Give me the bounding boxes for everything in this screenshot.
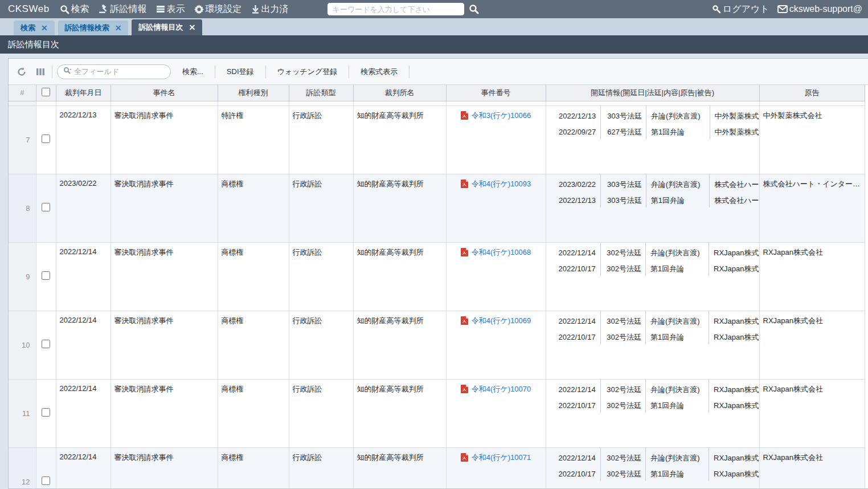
case-number-link[interactable]: 令和4(行ケ)10071 [472,453,531,462]
cell-case-number: 令和3(行ケ)10066 [446,105,546,174]
col-header-right-type[interactable]: 権利種別 [218,85,289,101]
col-header-hearing-info[interactable]: 開廷情報(開廷日|法廷|内容|原告|被告) [546,85,759,101]
refresh-button[interactable] [14,64,29,79]
sdi-register-button[interactable]: SDI登録 [220,63,261,80]
row-number: 8 [9,174,36,242]
account-email[interactable]: cksweb-support@ [777,4,862,14]
gavel-icon [99,5,109,14]
col-header-case-name[interactable]: 事件名 [110,85,218,101]
search-expression-button[interactable]: 検索式表示 [354,63,404,80]
nav-search[interactable]: 検索 [60,3,89,15]
cell-case-name: 審決取消請求事件 [110,379,218,447]
divider [52,66,52,78]
hearing-dates: 2023/02/222022/12/13 [546,174,601,207]
hearing-contents: 弁論(判決言渡)第1回弁論 [646,243,709,276]
tab-search[interactable]: 検索 ✕ [14,21,55,35]
divider [215,66,215,78]
cell-hearing-info: 2022/12/142022/10/17 302号法廷302号法廷 弁論(判決言… [546,311,759,379]
cell-plaintiff: RXJapan株式会社 [759,311,865,379]
cell-suit-type: 行政訴訟 [289,105,353,174]
field-filter-input[interactable] [74,67,165,76]
col-header-plaintiff[interactable]: 原告 [759,85,865,101]
search-icon [60,5,69,14]
keyword-search-button[interactable] [469,4,479,14]
nav-settings[interactable]: 環境設定 [194,3,242,15]
col-header-suit-type[interactable]: 訴訟類型 [289,85,353,101]
hearing-parties: RXJapan株式RXJapan株式 [709,380,759,413]
row-checkbox[interactable] [42,271,50,280]
content-area: 検索... SDI登録 ウォッチング登録 検索式表示 # 裁判年月日 事件名 権… [0,54,868,489]
cell-hearing-info: 2022/12/142022/10/17 302号法廷302号法廷 弁論(判決言… [546,242,759,311]
watching-register-button[interactable]: ウォッチング登録 [271,63,345,80]
hearing-parties: RXJapan株式RXJapan株式 [709,448,759,481]
divider [409,66,410,78]
keyword-search-input[interactable] [327,3,464,15]
col-header-case-number[interactable]: 事件番号 [446,85,546,101]
row-number: 12 [9,447,36,488]
cell-case-number: 令和4(行ケ)10068 [446,242,546,311]
close-icon[interactable]: ✕ [41,23,48,32]
cell-court: 知的財産高等裁判所 [353,379,446,447]
col-header-trial-date[interactable]: 裁判年月日 [56,85,110,101]
cell-case-name: 審決取消請求事件 [110,174,218,242]
case-number-link[interactable]: 令和4(行ケ)10070 [472,385,531,393]
col-header-select [36,85,56,101]
case-number-link[interactable]: 令和3(行ケ)10066 [472,111,531,120]
keyword-search [327,3,479,15]
cell-suit-type: 行政訴訟 [289,311,353,379]
cell-right-type: 商標権 [218,311,289,379]
row-number: 11 [9,379,36,447]
results-panel: 検索... SDI登録 ウォッチング登録 検索式表示 # 裁判年月日 事件名 権… [8,58,868,489]
hearing-dates: 2022/12/142022/10/17 [546,243,601,276]
nav-litigation-info[interactable]: 訴訟情報 [99,3,147,15]
row-checkbox[interactable] [42,408,50,417]
cell-case-name: 審決取消請求事件 [110,242,218,311]
grid-body: 7 2022/12/13 審決取消請求事件 特許権 行政訴訟 知的財産高等裁判所… [9,101,865,488]
columns-icon[interactable] [34,65,47,79]
case-number-link[interactable]: 令和4(行ケ)10093 [472,180,531,188]
logout-button[interactable]: ログアウト [712,3,769,15]
pdf-icon [461,385,468,395]
cell-trial-date: 2022/12/14 [56,311,110,379]
cell-case-name: 審決取消請求事件 [110,105,218,174]
search-icon [63,67,72,77]
hearing-dates: 2022/12/132022/09/27 [546,106,601,139]
cell-plaintiff: RXJapan株式会社 [759,379,865,447]
cell-court: 知的財産高等裁判所 [353,447,446,488]
close-icon[interactable]: ✕ [189,23,195,32]
hearing-parties: RXJapan株式RXJapan株式 [709,311,759,344]
tab-litigation-index[interactable]: 訴訟情報目次 ✕ [132,19,202,35]
row-number: 9 [9,242,36,311]
hearing-dates: 2022/12/142022/10/17 [546,448,601,481]
gear-icon [194,5,204,14]
select-all-checkbox[interactable] [42,88,50,96]
tab-litigation-search[interactable]: 訴訟情報検索 ✕ [58,21,129,35]
cell-case-number: 令和4(行ケ)10093 [446,174,546,242]
hearing-dates: 2022/12/142022/10/17 [546,380,601,413]
cell-hearing-info: 2022/12/132022/09/27 303号法廷627号法廷 弁論(判決言… [546,105,759,174]
cell-hearing-info: 2022/12/142022/10/17 302号法廷302号法廷 弁論(判決言… [546,447,759,488]
case-number-link[interactable]: 令和4(行ケ)10069 [472,316,531,325]
grid-header-row: # 裁判年月日 事件名 権利種別 訴訟類型 裁判所名 事件番号 開廷情報(開廷日… [9,85,865,101]
cell-hearing-info: 2022/12/142022/10/17 302号法廷302号法廷 弁論(判決言… [546,379,759,447]
cell-court: 知的財産高等裁判所 [353,174,446,242]
row-checkbox[interactable] [42,203,50,211]
close-icon[interactable]: ✕ [115,23,122,32]
hearing-contents: 弁論(判決言渡)第1回弁論 [646,311,709,344]
table-row: 9 2022/12/14 審決取消請求事件 商標権 行政訴訟 知的財産高等裁判所… [9,242,865,311]
search-dialog-button[interactable]: 検索... [175,63,210,80]
row-checkbox[interactable] [42,135,50,143]
tab-strip: 検索 ✕ 訴訟情報検索 ✕ 訴訟情報目次 ✕ [0,18,868,35]
cell-trial-date: 2022/12/13 [56,105,110,174]
cell-right-type: 商標権 [218,447,289,488]
divider [265,66,266,78]
row-checkbox[interactable] [42,476,50,485]
hearing-courtrooms: 302号法廷302号法廷 [601,448,646,481]
cell-court: 知的財産高等裁判所 [353,105,446,174]
col-header-court[interactable]: 裁判所名 [353,85,446,101]
row-checkbox[interactable] [42,340,50,348]
cell-court: 知的財産高等裁判所 [353,311,446,379]
nav-display[interactable]: 表示 [156,3,185,15]
case-number-link[interactable]: 令和4(行ケ)10068 [472,248,531,256]
nav-output[interactable]: 出力済 [251,3,289,15]
